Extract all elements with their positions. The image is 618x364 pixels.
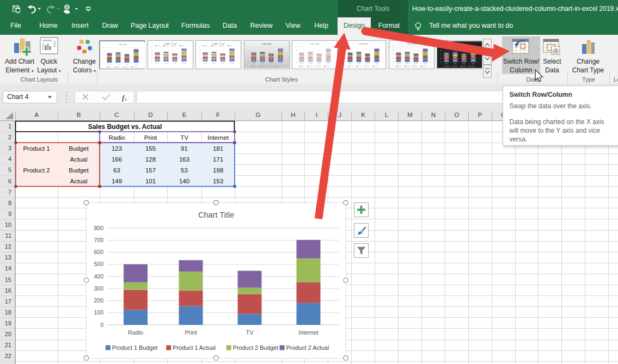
svg-text:TV: TV: [180, 134, 188, 141]
svg-text:Chart Title: Chart Title: [310, 43, 319, 45]
svg-text:101: 101: [145, 178, 156, 184]
svg-text:N: N: [431, 112, 436, 118]
svg-text:9: 9: [8, 211, 11, 217]
svg-text:P: P: [478, 112, 482, 118]
svg-text:C: C: [114, 112, 119, 118]
svg-text:7: 7: [8, 189, 11, 195]
svg-text:15: 15: [5, 276, 11, 283]
svg-text:163: 163: [179, 156, 189, 163]
svg-text:149: 149: [112, 178, 122, 184]
svg-text:Budget: Budget: [69, 167, 89, 174]
svg-text:200: 200: [94, 297, 103, 304]
svg-text:Budget: Budget: [69, 145, 89, 152]
svg-text:I: I: [316, 112, 317, 118]
svg-text:CHART TITLE: CHART TITLE: [212, 43, 225, 45]
svg-text:128: 128: [145, 156, 156, 163]
svg-text:800: 800: [94, 225, 103, 231]
svg-text:153: 153: [213, 178, 223, 184]
svg-text:Internet: Internet: [207, 134, 229, 141]
svg-text:16: 16: [5, 287, 11, 294]
svg-text:M: M: [407, 112, 413, 118]
svg-text:181: 181: [213, 145, 223, 152]
svg-text:171: 171: [213, 156, 223, 163]
svg-text:4: 4: [8, 156, 11, 162]
svg-text:100: 100: [94, 309, 103, 316]
svg-text:13: 13: [5, 254, 11, 261]
svg-text:A: A: [34, 112, 39, 118]
svg-text:500: 500: [94, 261, 103, 267]
svg-text:198: 198: [213, 167, 223, 174]
svg-text:12: 12: [5, 243, 11, 250]
svg-text:Radio: Radio: [108, 134, 125, 141]
svg-text:19: 19: [5, 320, 11, 326]
svg-text:Chart Title: Chart Title: [455, 43, 464, 45]
svg-text:Sales Budget vs. Actual: Sales Budget vs. Actual: [88, 123, 162, 131]
svg-text:Actual: Actual: [70, 156, 88, 163]
svg-text:K: K: [361, 112, 365, 118]
svg-text:G: G: [256, 112, 261, 118]
svg-text:1: 1: [8, 123, 11, 129]
svg-text:Actual: Actual: [70, 178, 88, 184]
svg-text:D: D: [148, 112, 152, 118]
svg-text:600: 600: [94, 249, 103, 255]
svg-text:14: 14: [5, 265, 11, 272]
svg-text:Internet: Internet: [298, 329, 319, 336]
svg-text:Print: Print: [185, 329, 197, 336]
svg-text:Product 1: Product 1: [23, 145, 50, 152]
svg-text:L: L: [385, 112, 389, 118]
svg-text:Chart Title: Chart Title: [198, 211, 234, 219]
svg-text:155: 155: [145, 145, 156, 152]
svg-text:Product 1 Budget: Product 1 Budget: [112, 344, 157, 351]
svg-text:3: 3: [8, 145, 11, 151]
svg-text:0: 0: [100, 322, 103, 328]
svg-text:166: 166: [112, 156, 122, 163]
svg-text:700: 700: [94, 237, 103, 243]
svg-text:157: 157: [145, 167, 156, 174]
svg-text:8: 8: [8, 200, 11, 206]
svg-text:Product 1 Actual: Product 1 Actual: [173, 344, 216, 351]
svg-text:E: E: [182, 112, 187, 118]
svg-text:F: F: [216, 112, 220, 118]
svg-text:53: 53: [181, 167, 188, 174]
svg-text:Chart Title: Chart Title: [118, 44, 127, 46]
svg-text:TV: TV: [246, 329, 254, 336]
svg-text:Product 2 Actual: Product 2 Actual: [286, 344, 329, 351]
svg-text:400: 400: [94, 273, 103, 280]
svg-text:Radio: Radio: [128, 329, 143, 336]
svg-text:Product 2 Budget: Product 2 Budget: [233, 344, 278, 351]
svg-text:123: 123: [112, 145, 122, 152]
svg-text:J: J: [338, 112, 341, 118]
svg-text:91: 91: [181, 145, 188, 152]
svg-text:x: x: [124, 96, 127, 102]
svg-text:O: O: [454, 112, 459, 118]
svg-text:18: 18: [5, 309, 11, 316]
svg-text:6: 6: [8, 178, 11, 184]
svg-text:140: 140: [179, 178, 189, 184]
svg-text:11: 11: [5, 232, 11, 239]
svg-text:2: 2: [8, 134, 11, 140]
svg-text:Product 2: Product 2: [23, 167, 50, 174]
svg-text:20: 20: [5, 331, 11, 337]
svg-text:Chart Title: Chart Title: [262, 43, 271, 45]
svg-text:H: H: [291, 112, 295, 118]
svg-text:17: 17: [5, 298, 11, 305]
svg-text:300: 300: [94, 285, 103, 292]
svg-text:63: 63: [113, 167, 120, 174]
svg-text:Chart Title: Chart Title: [407, 43, 415, 45]
svg-text:22: 22: [5, 353, 11, 359]
svg-text:5: 5: [8, 166, 11, 173]
svg-text:B: B: [77, 112, 81, 118]
svg-text:Chart Title: Chart Title: [359, 43, 368, 45]
svg-text:21: 21: [5, 342, 11, 348]
svg-text:10: 10: [5, 221, 11, 228]
svg-text:Print: Print: [144, 134, 157, 141]
svg-text:CHART TITLE: CHART TITLE: [164, 43, 177, 45]
